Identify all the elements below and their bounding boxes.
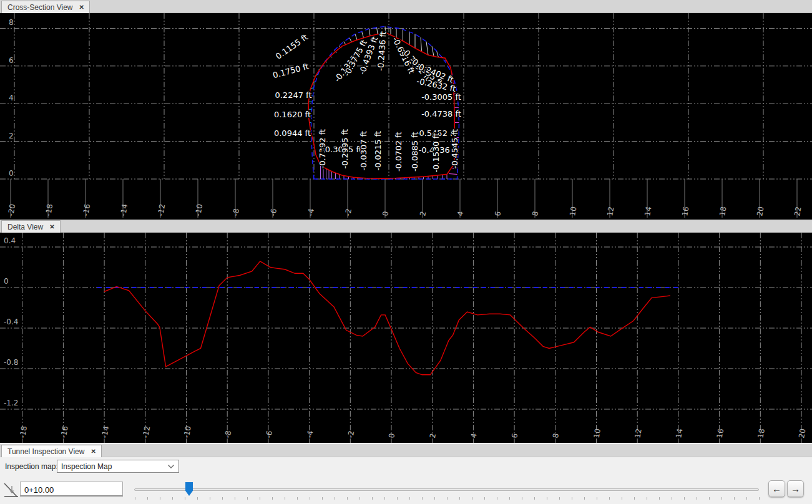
svg-text:22: 22: [793, 206, 803, 216]
delta-chart: 0.40-0.4-0.8-1.2-18-16-14-12-10-8-6-4-20…: [0, 233, 812, 443]
slider-tick: [360, 497, 360, 500]
station-input[interactable]: [20, 482, 123, 497]
svg-text:-2: -2: [343, 208, 353, 216]
svg-text:-0.3005 ft: -0.3005 ft: [421, 92, 461, 102]
svg-text:20: 20: [755, 206, 765, 216]
tab-cross-section-view[interactable]: Cross-Section View ✕: [1, 1, 90, 13]
svg-text:-0.0702 ft: -0.0702 ft: [394, 132, 403, 172]
tab-delta-view[interactable]: Delta View ✕: [1, 220, 61, 233]
inspection-tabbar: Tunnel Inspection View ✕: [0, 444, 812, 457]
svg-text:0.1750 ft: 0.1750 ft: [271, 62, 310, 80]
svg-text:0.2247 ft: 0.2247 ft: [275, 90, 311, 100]
slider-tick: [584, 497, 585, 500]
cross-section-tabbar: Cross-Section View ✕: [0, 0, 812, 13]
svg-text:-10: -10: [193, 203, 204, 217]
slider-tick: [422, 497, 423, 500]
slider-tick: [147, 497, 148, 500]
arrow-left-icon: ←: [772, 483, 781, 494]
slider-tick: [647, 497, 647, 500]
cross-section-chart: 86420-20-18-16-14-12-10-8-6-4-2024681012…: [0, 13, 812, 220]
slider-tick: [172, 497, 173, 500]
previous-station-button[interactable]: ←: [768, 480, 785, 497]
slider-tick: [272, 497, 273, 500]
svg-text:4: 4: [9, 94, 14, 102]
slider-tick: [609, 497, 610, 500]
svg-text:-0.0307 ft: -0.0307 ft: [359, 131, 368, 171]
svg-text:-20: -20: [6, 203, 17, 217]
tunnel-inspection-panel: Tunnel Inspection View ✕ Inspection map:…: [0, 443, 812, 504]
slider-tick: [310, 497, 310, 500]
svg-text:0.1155 ft: 0.1155 ft: [274, 32, 310, 61]
slider-tick: [135, 497, 135, 500]
svg-text:-16: -16: [59, 425, 70, 439]
svg-text:6: 6: [9, 56, 14, 65]
tab-tunnel-inspection-view[interactable]: Tunnel Inspection View ✕: [1, 445, 102, 457]
svg-text:20: 20: [797, 428, 807, 439]
slider-tick: [160, 497, 160, 500]
station-slope-icon: [3, 481, 20, 498]
slider-tick: [597, 497, 597, 500]
slider-tick: [659, 497, 660, 500]
slider-tick: [197, 497, 198, 500]
slider-tick: [185, 497, 185, 500]
svg-text:0: 0: [4, 277, 9, 286]
slider-tick: [447, 497, 448, 500]
slider-tick: [247, 497, 248, 500]
svg-text:6: 6: [493, 211, 502, 217]
slider-tick: [235, 497, 235, 500]
slider-tick: [372, 497, 373, 500]
inspection-map-label: Inspection map:: [5, 462, 58, 471]
chevron-down-icon: [167, 464, 175, 469]
inspection-map-dropdown[interactable]: Inspection Map: [57, 460, 179, 473]
slider-tick: [459, 497, 460, 500]
station-slider-thumb[interactable]: [185, 482, 193, 496]
svg-text:8: 8: [9, 18, 14, 27]
slider-tick: [210, 497, 210, 500]
svg-text:-6: -6: [264, 430, 274, 439]
close-icon[interactable]: ✕: [49, 224, 54, 230]
svg-text:10: 10: [568, 206, 578, 216]
svg-text:18: 18: [756, 428, 766, 439]
delta-viewport[interactable]: 0.40-0.4-0.8-1.2-18-16-14-12-10-8-6-4-20…: [0, 233, 812, 443]
station-slider-track[interactable]: [134, 488, 759, 491]
slider-tick: [409, 497, 410, 500]
slider-tick: [522, 497, 522, 500]
tunnel-inspection-app: Cross-Section View ✕ 86420-20-18-16-14-1…: [0, 0, 812, 504]
slider-tick: [722, 497, 722, 500]
slider-tick: [709, 497, 710, 500]
svg-text:6: 6: [510, 433, 519, 439]
slider-tick: [547, 497, 547, 500]
svg-text:0.4: 0.4: [4, 236, 16, 245]
slider-tick: [622, 497, 622, 500]
svg-text:-18: -18: [44, 203, 54, 217]
svg-text:-0.2995 ft: -0.2995 ft: [340, 129, 350, 169]
svg-text:4: 4: [469, 433, 479, 439]
svg-text:12: 12: [633, 428, 643, 439]
slider-tick: [260, 497, 260, 500]
svg-text:-14: -14: [119, 203, 129, 217]
svg-text:12: 12: [605, 206, 615, 216]
arrow-right-icon: →: [791, 483, 800, 494]
slider-tick: [285, 497, 285, 500]
svg-text:14: 14: [643, 206, 653, 216]
svg-text:0.1620 ft: 0.1620 ft: [274, 110, 311, 119]
close-icon[interactable]: ✕: [90, 448, 95, 455]
next-station-button[interactable]: →: [787, 480, 804, 497]
svg-text:0.0944 ft: 0.0944 ft: [274, 128, 311, 138]
slider-tick: [347, 497, 348, 500]
slider-tick: [472, 497, 472, 500]
svg-text:-4: -4: [306, 208, 316, 216]
svg-text:-14: -14: [100, 425, 110, 439]
svg-text:-10: -10: [182, 425, 193, 439]
svg-text:-4: -4: [305, 430, 315, 439]
cross-section-viewport[interactable]: 86420-20-18-16-14-12-10-8-6-4-2024681012…: [0, 13, 812, 220]
svg-text:2: 2: [9, 132, 14, 140]
slider-tick: [734, 497, 735, 500]
svg-text:8: 8: [531, 211, 540, 217]
tab-cross-section-label: Cross-Section View: [7, 3, 72, 12]
slider-tick: [384, 497, 385, 500]
svg-text:2: 2: [428, 433, 438, 439]
svg-text:-8: -8: [231, 208, 241, 216]
slider-tick: [634, 497, 635, 500]
close-icon[interactable]: ✕: [79, 4, 84, 11]
